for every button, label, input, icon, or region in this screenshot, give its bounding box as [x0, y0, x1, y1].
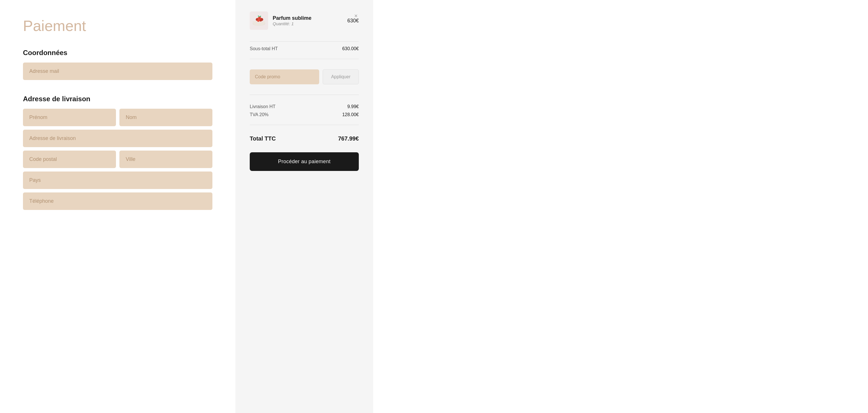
divider-3 [250, 95, 359, 95]
ville-field[interactable] [119, 150, 212, 168]
sous-total-value: 630.00€ [342, 46, 359, 51]
divider-4 [250, 125, 359, 125]
email-field[interactable] [23, 63, 212, 80]
divider-1 [250, 41, 359, 42]
svg-point-8 [261, 19, 262, 20]
product-info: Parfum sublime Quantité: 1 [273, 15, 343, 26]
product-image [250, 11, 268, 30]
sous-total-row: Sous-total HT 630.00€ [250, 46, 359, 51]
apply-promo-button[interactable]: Appliquer [322, 69, 359, 84]
checkout-button[interactable]: Procéder au paiement [250, 152, 359, 171]
shipping-section: Livraison HT 9.99€ TVA 20% 128.00€ [250, 104, 359, 120]
total-row: Total TTC 767.99€ [250, 135, 359, 142]
svg-point-6 [257, 19, 257, 20]
tva-label: TVA 20% [250, 112, 269, 117]
livraison-title: Adresse de livraison [23, 95, 212, 103]
livraison-section: Adresse de livraison [23, 95, 212, 213]
code-postal-field[interactable] [23, 150, 116, 168]
livraison-label: Livraison HT [250, 104, 276, 109]
name-row [23, 109, 212, 126]
telephone-field[interactable] [23, 193, 212, 210]
product-card: Parfum sublime Quantité: 1 630€ × [250, 11, 359, 30]
nom-field[interactable] [119, 109, 212, 126]
tva-row: TVA 20% 128.00€ [250, 112, 359, 117]
coordonnees-title: Coordonnées [23, 49, 212, 57]
livraison-row: Livraison HT 9.99€ [250, 104, 359, 109]
product-name: Parfum sublime [273, 15, 343, 21]
svg-point-7 [259, 18, 260, 19]
sous-total-label: Sous-total HT [250, 46, 278, 51]
left-panel: Paiement Coordonnées Adresse de livraiso… [0, 0, 236, 413]
pays-field[interactable] [23, 172, 212, 189]
page-title: Paiement [23, 17, 212, 34]
livraison-value: 9.99€ [347, 104, 359, 109]
divider-2 [250, 59, 359, 59]
svg-point-5 [259, 19, 262, 22]
promo-input[interactable] [250, 69, 319, 84]
remove-product-button[interactable]: × [353, 11, 359, 20]
total-label: Total TTC [250, 135, 276, 142]
product-quantity: Quantité: 1 [273, 21, 343, 26]
svg-point-4 [257, 20, 259, 22]
adresse-field[interactable] [23, 130, 212, 147]
coordonnees-section: Coordonnées [23, 49, 212, 83]
city-row [23, 150, 212, 168]
right-panel: Parfum sublime Quantité: 1 630€ × Sous-t… [236, 0, 373, 413]
tva-value: 128.00€ [342, 112, 359, 117]
promo-section: Appliquer [250, 69, 359, 84]
total-value: 767.99€ [338, 135, 359, 142]
prenom-field[interactable] [23, 109, 116, 126]
